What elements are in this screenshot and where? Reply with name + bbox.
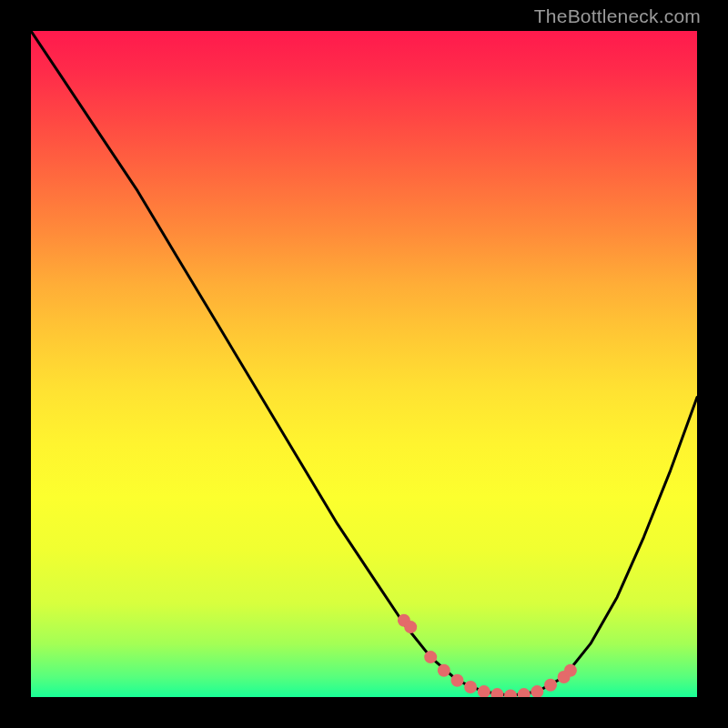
- curve-dots: [398, 614, 577, 697]
- chart-frame: TheBottleneck.com: [0, 0, 728, 728]
- svg-point-9: [518, 688, 531, 697]
- svg-point-5: [464, 681, 477, 693]
- svg-point-3: [438, 664, 450, 677]
- chart-svg: [31, 31, 697, 697]
- curve-line: [31, 31, 697, 696]
- svg-point-4: [451, 674, 464, 687]
- svg-point-6: [478, 685, 490, 697]
- svg-point-13: [564, 664, 577, 677]
- svg-point-10: [531, 685, 543, 697]
- svg-point-8: [504, 690, 517, 698]
- svg-point-7: [490, 688, 503, 697]
- plot-area: [31, 31, 697, 697]
- svg-point-2: [424, 651, 437, 663]
- watermark-text: TheBottleneck.com: [534, 5, 701, 27]
- svg-point-11: [544, 679, 557, 692]
- svg-point-1: [404, 621, 417, 633]
